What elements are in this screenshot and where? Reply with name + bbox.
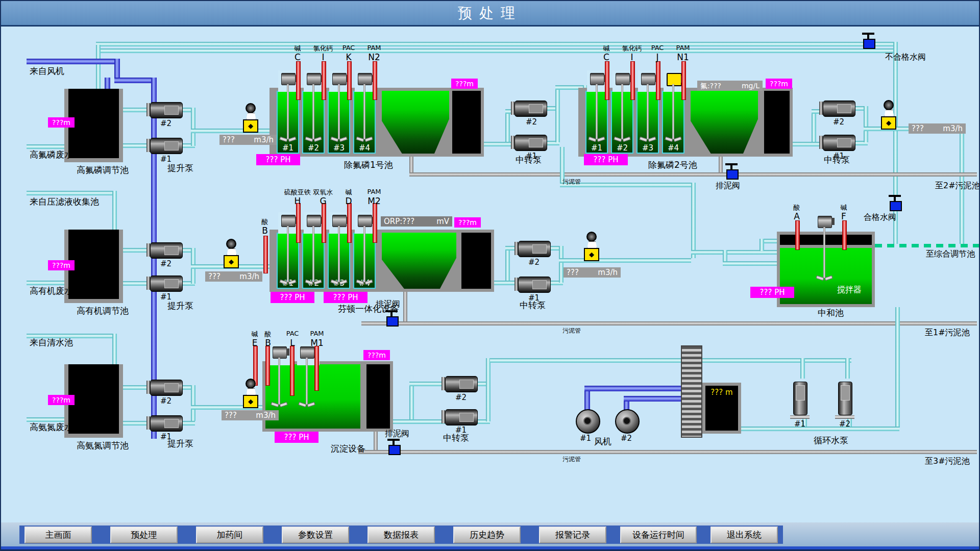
transfer-pump[interactable] <box>445 409 478 425</box>
dosing-tube <box>296 61 301 100</box>
blower-fan[interactable] <box>615 409 640 434</box>
pump-number: #1 <box>160 155 172 164</box>
feed-label: 高氟磷废水 <box>30 149 73 161</box>
tank-top-section <box>780 235 872 245</box>
lift-pump[interactable] <box>150 380 183 396</box>
dosing-tube <box>656 61 660 100</box>
transfer-pump[interactable] <box>514 135 547 151</box>
level-display: ???m <box>48 260 75 270</box>
pump-number: #2 <box>833 117 844 127</box>
pipe <box>486 358 491 421</box>
nav-pretreatment[interactable]: 预处理 <box>110 527 178 543</box>
settling-section <box>691 91 758 154</box>
pump-number: #2 <box>455 393 467 402</box>
fan-number: #2 <box>621 434 632 443</box>
pipe <box>691 183 696 258</box>
lift-pump[interactable] <box>150 242 183 259</box>
chem-code: K <box>346 52 351 62</box>
nav-main-screen[interactable]: 主画面 <box>24 527 92 543</box>
pipe <box>800 358 805 379</box>
pipe <box>27 191 116 195</box>
feed-label: 高有机废水 <box>30 285 73 297</box>
chem-code: F <box>841 211 846 221</box>
sludge-drain-valve[interactable] <box>725 163 739 180</box>
dosing-tube <box>322 61 326 100</box>
chem-code: C <box>295 52 301 62</box>
circulation-pump[interactable] <box>838 382 852 415</box>
pipe <box>112 191 117 230</box>
lift-pump[interactable] <box>150 102 183 118</box>
chem-code: G <box>320 196 326 206</box>
ph-display: ??? PH <box>271 292 314 303</box>
transfer-pump[interactable] <box>514 101 547 117</box>
transfer-pump[interactable] <box>518 277 551 293</box>
tank-label: 高氟磷调节池 <box>77 164 129 176</box>
dosing-tube <box>681 61 686 100</box>
tank-label: 中和池 <box>818 307 844 319</box>
nav-history-trend[interactable]: 历史趋势 <box>453 527 521 543</box>
pump-number: #1 <box>160 292 172 302</box>
pipe <box>584 386 687 391</box>
tank-label: 除氟磷1号池 <box>344 159 393 171</box>
pump-number: #2 <box>839 419 850 429</box>
fan-number: #1 <box>580 434 591 443</box>
sludge-pipe <box>403 292 407 321</box>
ph-display: ??? PH <box>324 292 368 303</box>
dosing-tube <box>314 346 319 391</box>
flow-display: ???m3/h <box>222 410 279 420</box>
pipe <box>723 261 777 266</box>
chem-label: PAC <box>342 44 355 52</box>
pump-label: 提升泵 <box>167 300 193 312</box>
reject-water-valve[interactable] <box>862 33 876 49</box>
transfer-pump[interactable] <box>823 135 855 151</box>
sludge-drain-valve[interactable] <box>387 439 401 455</box>
tank-label: 高氨氮调节池 <box>77 440 129 452</box>
pipe <box>27 281 64 285</box>
tank-fenton: #1 #2 #3 #4 <box>270 230 494 292</box>
pipe <box>191 108 195 146</box>
nav-dosing-room[interactable]: 加药间 <box>196 527 263 543</box>
flow-display: ???m3/h <box>564 267 621 278</box>
dosing-tube <box>373 203 377 243</box>
pump-number: #1 <box>833 152 844 161</box>
circulation-pump[interactable] <box>793 382 807 415</box>
lift-pump[interactable] <box>150 138 183 154</box>
valve-label: 排泥阀 <box>716 181 740 191</box>
tank-settling <box>262 361 393 432</box>
pipe <box>624 396 687 402</box>
orp-display: ORP:???mV <box>381 216 452 227</box>
lift-pump[interactable] <box>150 276 183 292</box>
pipe <box>760 239 764 251</box>
valve-label: 不合格水阀 <box>885 52 926 63</box>
sludge-pipe-label: 污泥管 <box>562 178 581 186</box>
tank-label: 高有机调节池 <box>77 305 129 317</box>
dosing-tube <box>347 61 352 100</box>
sludge-pipe <box>719 156 723 172</box>
dosing-tube <box>265 346 270 386</box>
pipe <box>812 109 816 142</box>
transfer-pump[interactable] <box>518 241 551 257</box>
transfer-pump[interactable] <box>445 376 478 392</box>
feed-label: 高氨氮废水 <box>30 421 73 433</box>
pipe-dashed <box>875 244 980 247</box>
nav-parameter-settings[interactable]: 参数设置 <box>282 527 349 543</box>
destination-label: 至2#污泥池 <box>935 181 980 191</box>
lift-pump[interactable] <box>150 415 183 432</box>
sludge-pipe <box>361 321 977 325</box>
nav-alarm-record[interactable]: 报警记录 <box>539 527 606 543</box>
destination-label: 至1#污泥池 <box>925 328 970 338</box>
pass-water-valve[interactable] <box>888 195 902 211</box>
pipe <box>393 419 445 424</box>
blower-fan[interactable] <box>576 409 600 434</box>
outlet-section <box>449 91 481 154</box>
nav-data-report[interactable]: 数据报表 <box>368 527 435 543</box>
ph-display: ??? PH <box>275 432 318 443</box>
tank-stripper-feed: ??? m <box>702 383 741 434</box>
chem-code: I <box>630 52 633 62</box>
transfer-pump[interactable] <box>823 101 855 117</box>
nav-exit-system[interactable]: 退出系统 <box>710 527 778 543</box>
valve-label: 合格水阀 <box>864 212 896 223</box>
nav-equipment-runtime[interactable]: 设备运行时间 <box>620 527 697 543</box>
chem-code: A <box>794 211 800 221</box>
sludge-pipe-label: 污泥管 <box>562 455 581 464</box>
